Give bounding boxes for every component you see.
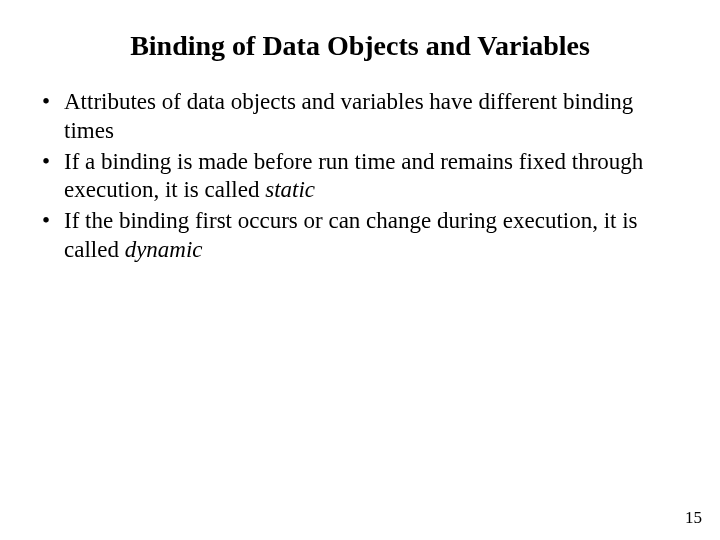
slide-title: Binding of Data Objects and Variables: [36, 30, 684, 62]
list-item: If the binding first occurs or can chang…: [36, 207, 684, 265]
bullet-text: If a binding is made before run time and…: [64, 149, 643, 203]
bullet-text: Attributes of data objects and variables…: [64, 89, 633, 143]
bullet-emphasis: static: [265, 177, 315, 202]
bullet-emphasis: dynamic: [125, 237, 203, 262]
bullet-list: Attributes of data objects and variables…: [36, 88, 684, 265]
list-item: Attributes of data objects and variables…: [36, 88, 684, 146]
list-item: If a binding is made before run time and…: [36, 148, 684, 206]
page-number: 15: [685, 508, 702, 528]
slide: Binding of Data Objects and Variables At…: [0, 0, 720, 540]
